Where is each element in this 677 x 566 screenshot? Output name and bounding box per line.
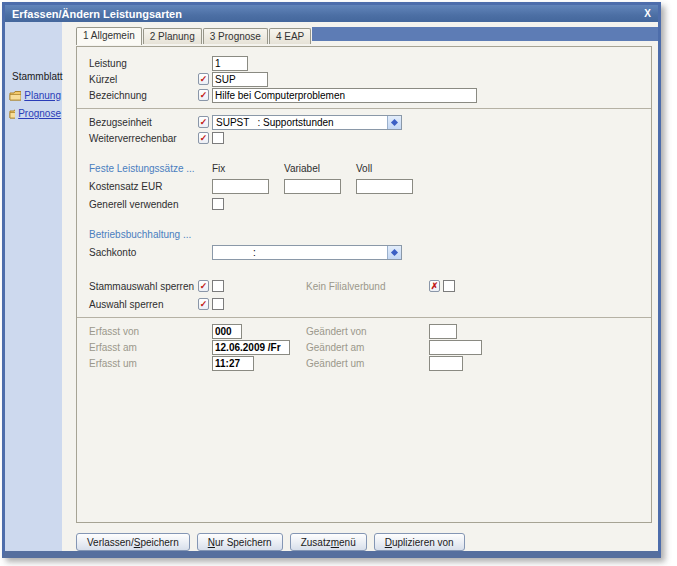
sidebar-item-stammblatt[interactable]: Stammblatt xyxy=(5,68,62,85)
row-erfasst-von: Erfasst von Geändert von xyxy=(77,323,651,339)
zusatzmenu-button[interactable]: Zusatzmenü xyxy=(290,533,367,551)
titlebar[interactable]: Erfassen/Ändern Leistungsarten X xyxy=(5,5,658,22)
row-leistung: Leistung xyxy=(77,55,651,71)
kostensatz-variabel-input[interactable] xyxy=(284,179,341,194)
tab-strip: 1 Allgemein 2 Planung 3 Prognose 4 EAP xyxy=(76,27,658,44)
combo-spinner-icon[interactable] xyxy=(387,116,401,129)
geaendert-von-label: Geändert von xyxy=(306,326,367,337)
sidebar-item-label: Prognose xyxy=(18,108,61,119)
sachkonto-value: : xyxy=(213,246,387,259)
button-row: Verlassen/Speichern Nur Speichern Zusatz… xyxy=(76,533,658,551)
folder-icon xyxy=(9,90,21,101)
geaendert-am-label: Geändert am xyxy=(306,342,364,353)
tab-strip-filler xyxy=(312,27,658,41)
erfasst-von-field[interactable] xyxy=(212,324,242,339)
geaendert-um-field[interactable] xyxy=(429,356,463,371)
sidebar-item-planung[interactable]: Planung xyxy=(5,88,62,103)
kostensatz-voll-input[interactable] xyxy=(356,179,413,194)
section-separator xyxy=(77,108,651,109)
erfasst-um-field[interactable] xyxy=(212,356,254,371)
leistung-input[interactable] xyxy=(212,56,248,71)
screen: Erfassen/Ändern Leistungsarten X Stammbl… xyxy=(0,0,677,566)
section-separator xyxy=(77,317,651,318)
row-bezugseinheit: Bezugseinheit ✓ SUPST : Supportstunden xyxy=(77,114,651,130)
row-stammauswahl: Stammauswahl sperren ✓ Kein Filialverbun… xyxy=(77,278,651,294)
row-kostensatz: Kostensatz EUR xyxy=(77,178,651,194)
erfasst-am-field[interactable] xyxy=(212,340,290,355)
close-icon[interactable]: X xyxy=(644,9,651,19)
button-accelerator: D xyxy=(385,537,392,548)
geaendert-von-field[interactable] xyxy=(429,324,457,339)
required-check-icon: ✓ xyxy=(198,280,209,292)
sidebar-item-label: Stammblatt xyxy=(12,71,63,82)
button-label: ur Speichern xyxy=(215,537,272,548)
sachkonto-combobox[interactable]: : xyxy=(212,245,402,260)
bezeichnung-input[interactable] xyxy=(212,88,477,103)
button-label: enü xyxy=(339,537,356,548)
row-generell: Generell verwenden xyxy=(77,196,651,212)
button-label: uplizieren von xyxy=(392,537,454,548)
button-label: Verlassen/ xyxy=(87,537,134,548)
required-check-icon: ✓ xyxy=(198,89,209,101)
erfasst-um-label: Erfasst um xyxy=(89,358,198,369)
erfasst-am-label: Erfasst am xyxy=(89,342,198,353)
sachkonto-label: Sachkonto xyxy=(89,247,198,258)
auswahl-checkbox[interactable] xyxy=(212,298,224,310)
main-panel: 1 Allgemein 2 Planung 3 Prognose 4 EAP L… xyxy=(62,22,658,551)
nur-speichern-button[interactable]: Nur Speichern xyxy=(197,533,283,551)
accounting-section-heading: Betriebsbuchhaltung ... xyxy=(89,229,191,240)
generell-checkbox[interactable] xyxy=(212,198,224,210)
tab-allgemein[interactable]: 1 Allgemein xyxy=(76,27,142,45)
required-check-icon: ✓ xyxy=(198,132,209,144)
kuerzel-input[interactable] xyxy=(212,72,268,87)
erfasst-von-label: Erfasst von xyxy=(89,326,198,337)
stammauswahl-checkbox[interactable] xyxy=(212,280,224,292)
button-accelerator: S xyxy=(134,537,141,548)
weiterverrechenbar-checkbox[interactable] xyxy=(212,132,224,144)
combo-spinner-icon[interactable] xyxy=(387,246,401,259)
tab-planung[interactable]: 2 Planung xyxy=(143,28,202,44)
row-auswahl: Auswahl sperren ✓ xyxy=(77,296,651,312)
folder-icon xyxy=(9,108,15,119)
weiterverrechenbar-label: Weiterverrechenbar xyxy=(89,133,198,144)
kuerzel-label: Kürzel xyxy=(89,74,198,85)
col-header-fix: Fix xyxy=(212,163,284,174)
bezugseinheit-value: SUPST : Supportstunden xyxy=(213,116,387,129)
required-check-icon: ✓ xyxy=(198,298,209,310)
stammauswahl-label: Stammauswahl sperren xyxy=(89,281,198,292)
generell-label: Generell verwenden xyxy=(89,199,198,210)
auswahl-label: Auswahl sperren xyxy=(89,299,198,310)
bezeichnung-label: Bezeichnung xyxy=(89,90,198,101)
blocked-x-icon: ✗ xyxy=(429,280,440,292)
sidebar-item-label: Planung xyxy=(24,90,61,101)
rates-section-heading: Feste Leistungssätze ... xyxy=(89,163,212,174)
kein-filialverbund-checkbox[interactable] xyxy=(443,280,455,292)
bezugseinheit-label: Bezugseinheit xyxy=(89,117,198,128)
bezugseinheit-combobox[interactable]: SUPST : Supportstunden xyxy=(212,115,402,130)
window-title: Erfassen/Ändern Leistungsarten xyxy=(12,8,182,20)
button-label: peichern xyxy=(140,537,178,548)
row-bezeichnung: Bezeichnung ✓ xyxy=(77,87,651,103)
geaendert-am-field[interactable] xyxy=(429,340,482,355)
required-check-icon: ✓ xyxy=(198,116,209,128)
leistung-label: Leistung xyxy=(89,58,198,69)
button-accelerator: N xyxy=(208,537,215,548)
row-rates-header: Feste Leistungssätze ... Fix Variabel Vo… xyxy=(77,160,651,176)
sidebar: Stammblatt Planung Prognose xyxy=(5,22,62,551)
row-accounting-heading: Betriebsbuchhaltung ... xyxy=(77,226,651,242)
kein-filialverbund-label: Kein Filialverbund xyxy=(306,281,386,292)
dialog-window: Erfassen/Ändern Leistungsarten X Stammbl… xyxy=(2,2,661,558)
kostensatz-label: Kostensatz EUR xyxy=(89,181,198,192)
form-groupbox: Leistung Kürzel ✓ Bezeichnung ✓ xyxy=(76,46,652,523)
row-sachkonto: Sachkonto : xyxy=(77,244,651,260)
button-accelerator: m xyxy=(331,537,339,548)
sidebar-item-prognose[interactable]: Prognose xyxy=(5,106,62,121)
tab-eap[interactable]: 4 EAP xyxy=(269,28,311,44)
col-header-voll: Voll xyxy=(356,163,428,174)
duplizieren-von-button[interactable]: Duplizieren von xyxy=(374,533,465,551)
required-check-icon: ✓ xyxy=(198,73,209,85)
row-erfasst-um: Erfasst um Geändert um xyxy=(77,355,651,371)
tab-prognose[interactable]: 3 Prognose xyxy=(203,28,268,44)
kostensatz-fix-input[interactable] xyxy=(212,179,269,194)
verlassen-speichern-button[interactable]: Verlassen/Speichern xyxy=(76,533,190,551)
